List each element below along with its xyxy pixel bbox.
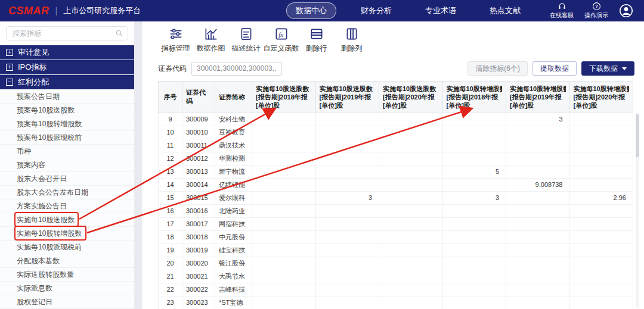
online-service-button[interactable]: 在线客服 — [550, 2, 574, 20]
cell-seq: 22 — [159, 283, 182, 296]
cell-name: 爱尔眼科 — [215, 192, 252, 205]
indicator-item[interactable]: 实际送股转股数量 — [0, 268, 134, 282]
cell-songgu-2018 — [252, 139, 316, 152]
cell-zhuanzeng-2019 — [506, 231, 570, 244]
table-row[interactable]: 9 300009 安科生物 3 — [159, 113, 633, 126]
cell-songgu-2019 — [315, 166, 379, 179]
cell-songgu-2020 — [379, 270, 443, 283]
cell-zhuanzeng-2018 — [442, 179, 506, 192]
indicator-item[interactable]: 分配股本基数 — [0, 254, 134, 268]
cell-code: 300019 — [182, 244, 215, 257]
indicator-item[interactable]: 股东大会公告发布日期 — [0, 186, 134, 199]
cell-name: 中元股份 — [215, 231, 252, 244]
indicator-item[interactable]: 实施每10股派现税前 — [0, 241, 134, 254]
scrollbar-thumb[interactable] — [636, 114, 639, 157]
indicator-item[interactable]: 预案内容 — [0, 158, 134, 172]
tool-descriptive-stats[interactable]: 描述统计 — [228, 26, 264, 54]
cell-zhuanzeng-2019 — [506, 192, 570, 205]
svg-text:?: ? — [595, 4, 598, 9]
table-row[interactable]: 15 300015 爱尔眼科 3 3 2.96 — [159, 192, 633, 205]
vertical-scrollbar[interactable] — [636, 113, 639, 308]
tool-label: 指标管理 — [162, 43, 190, 54]
extract-data-button[interactable]: 提取数据 — [532, 61, 577, 76]
table-row[interactable]: 22 300022 吉峰科技 — [159, 283, 633, 296]
indicator-item[interactable]: 股东大会召开日 — [0, 172, 134, 186]
sidebar-group-audit-opinion[interactable]: + 审计意见 — [0, 45, 134, 60]
metric-unit: [单位]股 — [383, 101, 439, 110]
indicator-item[interactable]: 股权登记日 — [0, 295, 134, 309]
cell-code: 300022 — [182, 283, 215, 296]
cell-seq: 23 — [159, 296, 182, 309]
cell-zhuanzeng-2019 — [506, 166, 570, 179]
cell-name: 新宁物流 — [215, 166, 252, 179]
cell-songgu-2019 — [315, 152, 379, 166]
nav-data-center[interactable]: 数据中心 — [286, 2, 336, 19]
indicator-item[interactable]: 预案公告日期 — [0, 90, 134, 104]
cell-songgu-2020 — [379, 205, 443, 218]
indicator-item[interactable]: 币种 — [0, 145, 134, 158]
table-row[interactable]: 18 300018 中元股份 — [159, 231, 633, 244]
nav-hot-literature[interactable]: 热点文献 — [481, 3, 530, 18]
tool-indicator-manage[interactable]: 指标管理 — [158, 26, 193, 54]
cell-zhuanzeng-2018 — [442, 126, 506, 139]
cell-zhuanzeng-2019 — [506, 296, 570, 309]
nav-terminology[interactable]: 专业术语 — [416, 3, 465, 18]
metric-title: 实施每10股转增股数 — [510, 85, 566, 93]
table-row[interactable]: 13 300013 新宁物流 5 — [159, 166, 633, 179]
metric-period: [报告期]2019年报 — [320, 93, 376, 101]
download-data-button[interactable]: 下载数据 — [581, 61, 634, 76]
cell-code: 300010 — [182, 126, 215, 139]
tool-label: 删除行 — [306, 43, 327, 54]
cell-songgu-2019 — [315, 205, 379, 218]
sidebar-group-dividend[interactable]: − 红利分配 — [0, 75, 134, 89]
search-input[interactable] — [6, 26, 128, 40]
indicator-item[interactable]: 实施每10股送股数 — [0, 213, 134, 227]
table-row[interactable]: 11 300011 鼎汉技术 — [159, 139, 633, 152]
cell-name: 银江股份 — [215, 257, 252, 270]
plus-icon[interactable]: + — [6, 64, 13, 71]
tool-data-chart[interactable]: 数据作图 — [193, 26, 228, 54]
cell-songgu-2019 — [315, 257, 379, 270]
table-row[interactable]: 12 300012 华测检测 — [159, 152, 633, 166]
clear-indicators-button[interactable]: 清除指标(6个) — [467, 61, 528, 76]
table-row[interactable]: 21 300021 大禹节水 — [159, 270, 633, 283]
tool-custom-function[interactable]: fx 自定义函数 — [264, 26, 299, 54]
table-row[interactable]: 16 300016 北陆药业 — [159, 205, 633, 218]
cell-zhuanzeng-2020 — [569, 231, 633, 244]
cell-code: 300015 — [182, 192, 215, 205]
user-avatar-icon[interactable] — [619, 4, 633, 18]
table-head: 序号 证券代码 证券简称 实施每10股送股数 [报告期]2018年报 [单位]股 — [159, 82, 633, 113]
tool-delete-row[interactable]: 删除行 — [299, 26, 334, 54]
table-row[interactable]: 20 300020 银江股份 — [159, 257, 633, 270]
indicator-item[interactable]: 实施每10股转增股数 — [0, 227, 134, 241]
cell-zhuanzeng-2018: 3 — [442, 192, 506, 205]
table-row[interactable]: 19 300019 硅宝科技 — [159, 244, 633, 257]
cell-zhuanzeng-2020 — [569, 139, 633, 152]
cell-name: 亿纬锂能 — [215, 179, 252, 192]
security-code-input[interactable] — [191, 62, 282, 76]
demo-button[interactable]: ? 操作演示 — [584, 2, 608, 20]
cell-zhuanzeng-2018 — [442, 270, 506, 283]
indicator-item[interactable]: 实际派息数 — [0, 282, 134, 295]
plus-icon[interactable]: + — [6, 49, 13, 56]
indicator-item[interactable]: 方案实施公告日 — [0, 199, 134, 213]
cell-songgu-2018 — [252, 231, 316, 244]
table-row[interactable]: 14 300014 亿纬锂能 9.008738 — [159, 179, 633, 192]
cell-songgu-2020 — [379, 113, 443, 126]
indicator-item[interactable]: 预案每10股送股数 — [0, 104, 134, 117]
table-row[interactable]: 17 300017 网宿科技 — [159, 218, 633, 231]
metric-unit: [单位]股 — [320, 101, 376, 110]
nav-financial-analysis[interactable]: 财务分析 — [352, 3, 401, 18]
svg-text:fx: fx — [278, 31, 283, 38]
cell-songgu-2020 — [379, 283, 443, 296]
sidebar-groups: + 审计意见 + IPO指标 − 红利分配 — [0, 45, 134, 89]
metric-unit: [单位]股 — [510, 101, 566, 110]
minus-icon[interactable]: − — [6, 79, 13, 86]
toolbar: 指标管理 数据作图 描述统计 fx — [158, 26, 369, 54]
sidebar-group-ipo[interactable]: + IPO指标 — [0, 60, 134, 74]
indicator-item[interactable]: 预案每10股派现税前 — [0, 131, 134, 145]
indicator-item[interactable]: 预案每10股转增股数 — [0, 117, 134, 131]
tool-delete-column[interactable]: 删除列 — [334, 26, 369, 54]
table-row[interactable]: 23 300023 *ST宝德 — [159, 296, 633, 309]
table-row[interactable]: 10 300010 豆神教育 — [159, 126, 633, 139]
